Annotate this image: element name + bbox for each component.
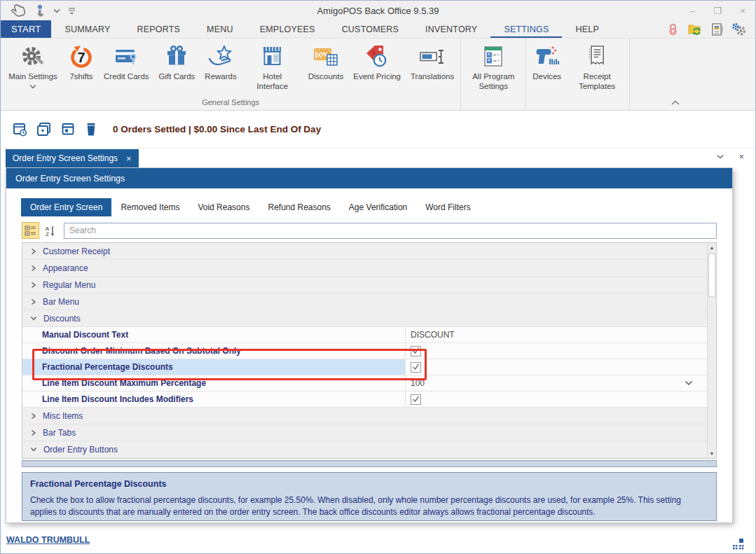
ribbon-button-rewards[interactable]: Rewards [200,41,241,82]
alphabetical-sort-button[interactable]: AZ [41,222,59,239]
category-row-bar-tabs[interactable]: Bar Tabs [22,424,707,441]
ribbon-button-7shifts[interactable]: 77shifts [64,41,99,82]
hotel-icon [260,44,285,69]
chevron-down-icon[interactable] [53,8,60,13]
category-label: Misc Items [43,411,83,421]
network-status-icon [732,538,744,550]
tab-word-filters[interactable]: Word Filters [416,198,479,216]
property-value-cell[interactable]: 100 [406,375,707,391]
tab-refund-reasons[interactable]: Refund Reasons [259,198,339,216]
scroll-down-icon[interactable]: ▼ [708,451,716,456]
document-tab-close-icon[interactable]: × [126,153,132,164]
property-row-manual-discount-text[interactable]: Manual Discount TextDISCOUNT [22,327,707,343]
scroll-up-icon[interactable]: ▲ [708,245,716,250]
menu-tab-help[interactable]: HELP [562,20,612,38]
ribbon-button-event-pricing[interactable]: $Event Pricing [348,41,406,82]
svg-text:Z: Z [46,231,49,237]
maximize-button[interactable]: ❒ [705,1,730,20]
ribbon-button-main-settings[interactable]: Main Settings [2,41,64,91]
property-row-fractional-percentage-discounts[interactable]: Fractional Percentage Discounts [22,359,707,375]
description-body: Check the box to allow fractional percen… [30,494,708,518]
property-grid: Customer ReceiptAppearanceRegular MenuBa… [22,242,717,459]
checkbox[interactable] [411,394,421,405]
category-row-order-entry-buttons[interactable]: Order Entry Buttons [22,441,707,458]
property-value-cell[interactable] [406,392,707,407]
category-row-customer-receipt[interactable]: Customer Receipt [22,243,707,260]
chevron-down-val-icon[interactable] [685,380,693,386]
menu-tab-employees[interactable]: EMPLOYEES [247,20,329,38]
folder-sync-icon[interactable] [687,22,703,36]
touch-tap-icon[interactable] [35,4,46,18]
chevron-right-cat-icon [30,298,36,305]
property-row-line-item-discount-maximum-percentage[interactable]: Line Item Discount Maximum Percentage100 [22,375,707,392]
menu-tab-reports[interactable]: REPORTS [124,20,194,38]
menu-tab-settings[interactable]: SETTINGS [490,20,562,38]
tab-void-reasons[interactable]: Void Reasons [188,198,259,216]
vertical-scrollbar[interactable]: ▲ ▼ [707,243,716,458]
user-link[interactable]: WALDO TRUMBULL [6,535,90,545]
chevron-right-cat-icon [30,429,36,436]
menu-tab-inventory[interactable]: INVENTORY [412,20,490,38]
ribbon-button-label: Gift Cards [159,72,195,82]
menu-tab-customers[interactable]: CUSTOMERS [329,20,412,38]
property-value-text: DISCOUNT [411,330,455,340]
calendar-clock-icon[interactable] [13,122,27,137]
ribbon-button-label: Translations [411,72,454,82]
ribbon-button-all-program-settings[interactable]: All Program Settings [462,41,524,91]
property-value-cell[interactable] [406,343,707,359]
minimize-button[interactable]: – [680,1,705,20]
tab-removed-items[interactable]: Removed Items [111,198,188,216]
calendar-stack-icon[interactable] [36,122,52,137]
ribbon-button-credit-cards[interactable]: Credit Cards [99,41,154,82]
quick-access-toolbar [1,4,76,18]
horizontal-scrollbar[interactable] [22,460,717,467]
calendar-day-icon[interactable] [61,122,76,137]
document-tab-order-entry-screen-settings[interactable]: Order Entry Screen Settings × [6,149,139,167]
category-row-regular-menu[interactable]: Regular Menu [22,277,707,293]
tab-list-chevron-icon[interactable] [717,154,724,159]
rewards-icon [207,44,235,69]
category-row-discounts[interactable]: Discounts [22,310,707,327]
report-icon[interactable] [710,22,724,36]
scrollbar-thumb[interactable] [708,254,715,297]
ribbon-collapse-icon[interactable] [671,100,680,105]
ribbon-button-translations[interactable]: Translations [406,41,459,82]
property-value-cell[interactable] [406,359,707,375]
receipt-icon [584,44,610,69]
category-row-misc-items[interactable]: Misc Items [22,408,707,424]
orders-bar-icons [13,122,97,137]
categorized-view-button[interactable] [22,222,39,239]
property-row-line-item-discount-includes-modifiers[interactable]: Line Item Discount Includes Modifiers [22,392,707,408]
pint-glass-icon[interactable] [85,122,97,137]
tab-strip-close-icon[interactable]: × [738,151,744,162]
ribbon-button-devices[interactable]: Devices [528,41,566,82]
menu-tab-summary[interactable]: SUMMARY [51,20,123,38]
touch-cursor-icon[interactable] [10,4,27,18]
ribbon-button-hotel-interface[interactable]: Hotel Interface [242,41,303,91]
category-row-bar-menu[interactable]: Bar Menu [22,293,707,310]
tab-age-verification[interactable]: Age Verification [340,198,416,216]
property-value-cell[interactable]: DISCOUNT [406,327,707,342]
chevron-down-cat-icon [30,315,37,321]
category-row-appearance[interactable]: Appearance [22,260,707,277]
ribbon-button-receipt-templates[interactable]: Receipt Templates [566,41,628,91]
chevron-right-cat-icon [30,265,36,272]
ribbon-button-discounts[interactable]: 50%Discounts [303,41,349,82]
search-input[interactable] [64,223,717,239]
checkbox[interactable] [411,362,421,373]
menu-tab-menu[interactable]: MENU [193,20,247,38]
property-name: Line Item Discount Includes Modifiers [22,392,406,407]
property-name: Discount Order Minimum Based On Subtotal… [22,343,406,359]
property-row-discount-order-minimum-based-on-subtotal-only[interactable]: Discount Order Minimum Based On Subtotal… [22,343,707,359]
lock-icon[interactable] [666,22,680,36]
customize-toolbar-icon[interactable] [68,7,76,15]
ribbon-button-gift-cards[interactable]: Gift Cards [154,41,200,82]
amigopos-back-office-window: { "window": { "title": "AmigoPOS Back Of… [0,0,756,554]
menu-tab-start[interactable]: START [1,20,51,38]
ribbon-group-general-settings: Main Settings 77shiftsCredit CardsGift C… [1,39,461,110]
chevron-down-cat-icon [30,446,37,452]
tab-order-entry-screen[interactable]: Order Entry Screen [21,198,111,216]
checkbox[interactable] [411,346,421,356]
close-button[interactable]: × [730,1,755,20]
services-icon[interactable] [731,22,747,36]
